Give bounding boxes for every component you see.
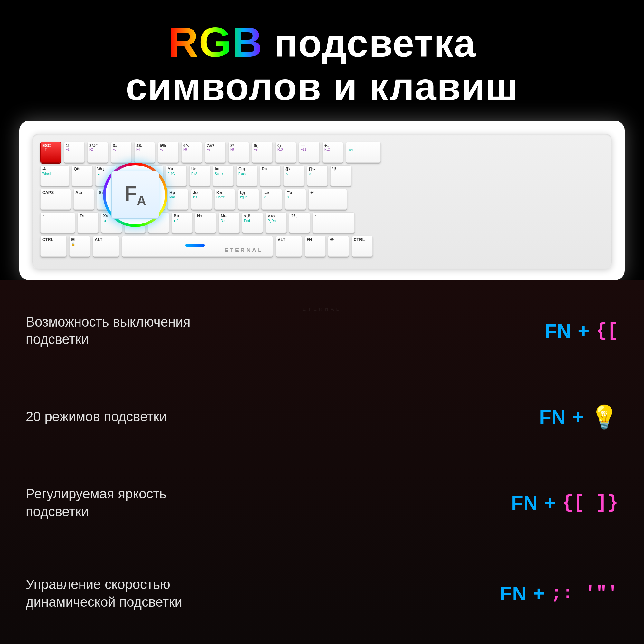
key-esc[interactable]: ESC ~ Ё	[40, 142, 61, 163]
fa-key-inner: FA	[111, 171, 159, 219]
key-6[interactable]: 6^:F6	[181, 142, 202, 163]
key-7[interactable]: 7&?F7	[205, 142, 226, 163]
key-o[interactable]: OщPause	[236, 165, 257, 186]
feature-shortcut-2: FN + 💡	[539, 404, 618, 430]
feature-row-3: Регулируемая яркость подсветки FN + {[ ]…	[26, 479, 618, 527]
key-row-1: ESC ~ Ё 1!F1 2@"F2 3#F3 4$;F4 5%F5 6^:F6…	[40, 142, 604, 163]
key-lbracket[interactable]: {[х✳	[283, 165, 304, 186]
fn-badge-4: FN	[500, 582, 526, 605]
key-left-alt[interactable]: ALT	[93, 236, 119, 257]
key-right-ctrl[interactable]: CTRL	[352, 236, 373, 257]
key-quote[interactable]: "'э✳	[285, 189, 306, 210]
key-win[interactable]: ⊞🔒	[69, 236, 90, 257]
key-minus[interactable]: —F11	[299, 142, 320, 163]
key-rbracket[interactable]: }]ъ✳	[307, 165, 328, 186]
symbol-4: ;: '"'	[551, 583, 618, 604]
symbol-3: {[ ]}	[562, 492, 618, 513]
key-5[interactable]: 5%F5	[158, 142, 179, 163]
plus-4: +	[533, 582, 545, 605]
feature-shortcut-3: FN + {[ ]}	[511, 491, 618, 514]
key-equal[interactable]: +=F12	[322, 142, 343, 163]
key-slash[interactable]: ?/.,	[289, 212, 310, 233]
feature-text-4: Управление скоростью динамической подсве…	[26, 576, 203, 611]
key-backslash[interactable]: \|/	[330, 165, 351, 186]
brand-text: ETERNAL	[224, 247, 263, 254]
spacebar-led	[185, 244, 205, 247]
key-right-shift[interactable]: ↑	[313, 212, 355, 233]
key-2[interactable]: 2@"F2	[87, 142, 108, 163]
key-backspace[interactable]: ←Del	[346, 142, 381, 163]
plus-3: +	[544, 491, 556, 514]
key-comma[interactable]: <,бEnd	[242, 212, 263, 233]
symbol-2: 💡	[590, 404, 618, 430]
page-container: RGB подсветка символов и клавиш ESC ~ Ё …	[0, 0, 644, 644]
key-semicolon[interactable]: ;:ж✳	[261, 189, 282, 210]
key-z[interactable]: Zя	[78, 212, 99, 233]
rgb-text: RGB	[168, 19, 263, 66]
feature-row-2: 20 режимов подсветки FN + 💡	[26, 397, 618, 437]
feature-text-2: 20 режимов подсветки	[26, 408, 167, 426]
key-caps-lock[interactable]: CAPS	[40, 189, 71, 210]
key-9[interactable]: 9(F9	[252, 142, 273, 163]
key-right-alt[interactable]: ALT	[276, 236, 302, 257]
key-y[interactable]: Yн2.4G	[166, 165, 187, 186]
fn-badge-3: FN	[511, 491, 538, 514]
fa-label: FA	[124, 182, 146, 208]
plus-2: +	[572, 405, 584, 428]
key-fn[interactable]: FN	[305, 236, 326, 257]
key-u[interactable]: UгPrtSc	[189, 165, 210, 186]
key-flower[interactable]: ❋	[328, 236, 349, 257]
key-period[interactable]: >.юPgDn	[266, 212, 287, 233]
keyboard-wrap: ESC ~ Ё 1!F1 2@"F2 3#F3 4$;F4 5%F5 6^:F6…	[32, 134, 612, 269]
keyboard-body: ESC ~ Ё 1!F1 2@"F2 3#F3 4$;F4 5%F5 6^:F6…	[32, 134, 612, 269]
divider-1	[26, 376, 618, 376]
key-p[interactable]: Pз	[260, 165, 281, 186]
key-h[interactable]: HрMac	[167, 189, 188, 210]
key-left-shift[interactable]: ↑♪	[40, 212, 75, 233]
keyboard-section: ESC ~ Ё 1!F1 2@"F2 3#F3 4$;F4 5%F5 6^:F6…	[19, 121, 625, 280]
key-k[interactable]: KлHome	[214, 189, 235, 210]
key-8[interactable]: 8*F8	[228, 142, 249, 163]
key-enter[interactable]: ↵	[308, 189, 347, 210]
key-left-ctrl[interactable]: CTRL	[40, 236, 67, 257]
bg-keyboard-faint: ETERNAL	[0, 280, 644, 338]
key-q[interactable]: Qй	[72, 165, 93, 186]
key-3[interactable]: 3#F3	[111, 142, 132, 163]
fa-key-highlight: FA	[103, 163, 167, 227]
divider-3	[26, 548, 618, 548]
feature-text-3: Регулируемая яркость подсветки	[26, 485, 203, 520]
key-4[interactable]: 4$;F4	[134, 142, 155, 163]
feature-row-4: Управление скоростью динамической подсве…	[26, 569, 618, 617]
bottom-section: ETERNAL Возможность выключения подсветки…	[0, 280, 644, 644]
fn-badge-2: FN	[539, 405, 566, 428]
main-title: RGB подсветка символов и клавиш	[26, 19, 618, 108]
top-section: RGB подсветка символов и клавиш	[0, 0, 644, 121]
key-i[interactable]: IшScrLk	[213, 165, 234, 186]
feature-shortcut-4: FN + ;: '"'	[500, 582, 618, 605]
key-l[interactable]: LдPgup	[238, 189, 259, 210]
key-space[interactable]: ETERNAL	[122, 236, 273, 257]
key-row-5: CTRL ⊞🔒 ALT ETERNAL ALT FN ❋ CTRL	[40, 236, 604, 257]
key-0[interactable]: 0)F10	[275, 142, 296, 163]
key-1[interactable]: 1!F1	[64, 142, 85, 163]
divider-2	[26, 458, 618, 458]
key-a[interactable]: Aф↓	[73, 189, 94, 210]
fa-circle: FA	[103, 163, 167, 227]
key-m[interactable]: MьDel	[219, 212, 240, 233]
key-n[interactable]: Nт	[195, 212, 216, 233]
key-tab[interactable]: ⇄Wired	[40, 165, 69, 186]
key-j[interactable]: JоIns	[191, 189, 212, 210]
key-b[interactable]: Bв►/II	[172, 212, 193, 233]
